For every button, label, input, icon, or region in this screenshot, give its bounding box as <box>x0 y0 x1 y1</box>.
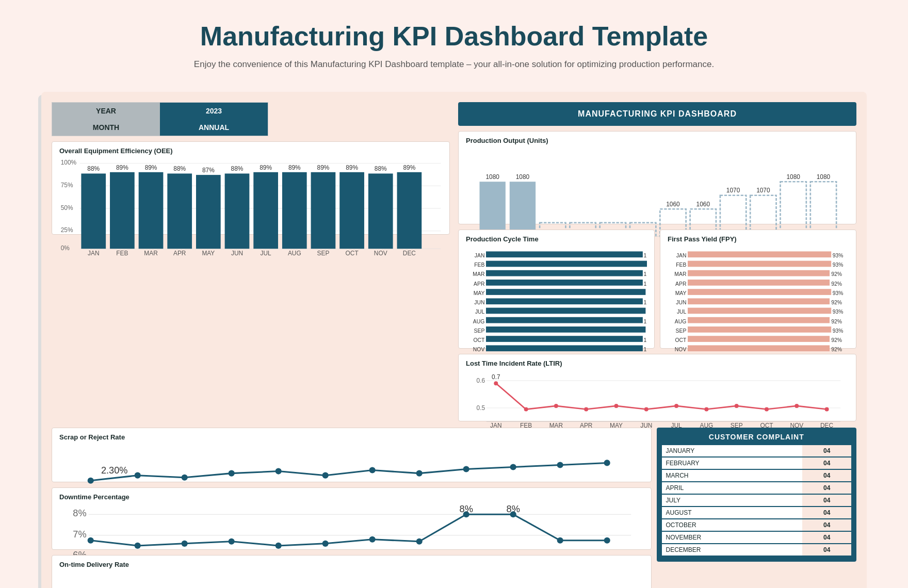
svg-point-233 <box>229 538 235 544</box>
svg-text:1070: 1070 <box>726 187 740 194</box>
svg-point-200 <box>135 472 141 478</box>
svg-text:JAN: JAN <box>88 250 100 257</box>
svg-rect-134 <box>688 270 830 276</box>
svg-rect-30 <box>368 173 393 249</box>
svg-text:OCT: OCT <box>473 337 485 342</box>
svg-text:JUL: JUL <box>677 309 687 315</box>
svg-text:89%: 89% <box>288 164 301 171</box>
svg-rect-146 <box>688 307 831 314</box>
svg-rect-149 <box>688 317 830 323</box>
svg-text:25%: 25% <box>61 226 73 234</box>
cc-value: 04 <box>802 544 851 556</box>
svg-text:89%: 89% <box>346 164 358 171</box>
svg-text:75%: 75% <box>61 181 73 188</box>
left-charts-col: Scrap or Reject Rate 2.30% <box>52 428 652 589</box>
svg-text:OCT: OCT <box>346 250 359 257</box>
svg-text:8%: 8% <box>73 508 86 518</box>
downtime-box: Downtime Percentage 8% 7% 6% <box>52 487 652 550</box>
svg-point-208 <box>510 464 516 470</box>
svg-rect-131 <box>688 260 831 267</box>
svg-point-232 <box>182 540 188 546</box>
svg-text:87%: 87% <box>202 166 215 173</box>
svg-point-230 <box>88 537 94 543</box>
svg-text:11: 11 <box>644 253 647 258</box>
svg-text:92%: 92% <box>831 300 842 305</box>
right-panel: MANUFACTURING KPI DASHBOARD Production O… <box>458 102 856 421</box>
cc-value: 04 <box>802 482 851 494</box>
cc-row: NOVEMBER04 <box>662 531 852 544</box>
svg-rect-137 <box>688 280 830 286</box>
svg-text:0.5: 0.5 <box>477 404 485 411</box>
svg-text:JAN: JAN <box>676 253 687 258</box>
page-title: Manufacturing KPI Dashboard Template <box>10 21 898 52</box>
svg-rect-111 <box>486 336 643 342</box>
cc-value: 04 <box>802 494 851 507</box>
svg-text:AUG: AUG <box>675 318 687 324</box>
svg-text:JUN: JUN <box>676 300 686 305</box>
on-time-chart: 97% 97% 97% 97% 97% JAN FEB MAR APR MAY … <box>59 571 644 589</box>
svg-rect-20 <box>225 173 250 249</box>
svg-rect-102 <box>486 307 645 314</box>
svg-text:88%: 88% <box>87 165 100 172</box>
cc-value: 04 <box>802 531 851 544</box>
cc-month: DECEMBER <box>662 544 803 556</box>
svg-point-182 <box>765 407 769 411</box>
year-value: 2023 <box>160 103 268 119</box>
svg-point-205 <box>369 467 376 473</box>
ltir-title: Lost Time Incident Rate (LTIR) <box>466 360 849 367</box>
cc-month: OCTOBER <box>662 519 803 531</box>
svg-point-202 <box>229 470 235 476</box>
svg-text:93%: 93% <box>833 309 844 315</box>
svg-text:93%: 93% <box>833 290 844 296</box>
svg-rect-90 <box>486 270 643 276</box>
svg-rect-155 <box>688 336 830 342</box>
svg-point-241 <box>604 537 610 543</box>
month-value: ANNUAL <box>160 119 268 136</box>
cc-month: MARCH <box>662 469 803 482</box>
month-label: MONTH <box>52 119 160 136</box>
cc-month: FEBRUARY <box>662 457 803 469</box>
ltir-box: Lost Time Incident Rate (LTIR) 0.6 0.5 <box>458 354 856 421</box>
svg-text:89%: 89% <box>145 164 157 171</box>
oee-title: Overall Equipment Efficiency (OEE) <box>59 147 442 155</box>
svg-text:MAY: MAY <box>474 290 485 296</box>
svg-text:1080: 1080 <box>485 173 499 180</box>
svg-text:92%: 92% <box>831 318 842 324</box>
svg-text:JUL: JUL <box>475 309 485 315</box>
svg-text:0%: 0% <box>61 244 70 251</box>
svg-point-175 <box>554 403 558 407</box>
cc-value: 04 <box>802 469 851 482</box>
svg-rect-22 <box>253 172 278 248</box>
cycle-time-title: Production Cycle Time <box>466 235 647 243</box>
svg-text:11: 11 <box>644 300 647 305</box>
on-time-svg: 97% 97% 97% 97% 97% JAN FEB MAR APR MAY … <box>59 571 644 589</box>
svg-text:100%: 100% <box>61 159 77 166</box>
left-panel: YEAR 2023 MONTH ANNUAL Overall Equipment… <box>52 102 450 421</box>
svg-point-176 <box>584 407 588 411</box>
svg-point-204 <box>322 472 329 478</box>
svg-text:1060: 1060 <box>666 200 680 207</box>
svg-point-207 <box>463 466 469 472</box>
cc-value: 04 <box>802 507 851 519</box>
svg-rect-96 <box>486 289 645 295</box>
svg-text:88%: 88% <box>231 165 244 172</box>
cc-row: JULY04 <box>662 494 852 507</box>
cc-value: 04 <box>802 457 851 469</box>
ym-grid: YEAR 2023 MONTH ANNUAL <box>52 102 268 136</box>
cc-row: AUGUST04 <box>662 507 852 519</box>
svg-text:1080: 1080 <box>817 173 831 180</box>
svg-text:MAY: MAY <box>675 290 687 296</box>
svg-point-203 <box>275 468 282 474</box>
svg-text:JUL: JUL <box>261 250 272 257</box>
page-header: Manufacturing KPI Dashboard Template Enj… <box>0 0 908 81</box>
oee-svg: 100% 75% 50% 25% 0% <box>59 158 442 257</box>
production-output-title: Production Output (Units) <box>466 137 849 144</box>
svg-text:SEP: SEP <box>676 328 687 333</box>
svg-point-237 <box>416 538 423 544</box>
svg-point-209 <box>557 462 563 468</box>
svg-rect-93 <box>486 280 643 286</box>
svg-rect-48 <box>510 182 536 236</box>
svg-rect-12 <box>110 172 135 248</box>
svg-text:JUN: JUN <box>474 300 484 305</box>
svg-text:8%: 8% <box>507 504 520 514</box>
